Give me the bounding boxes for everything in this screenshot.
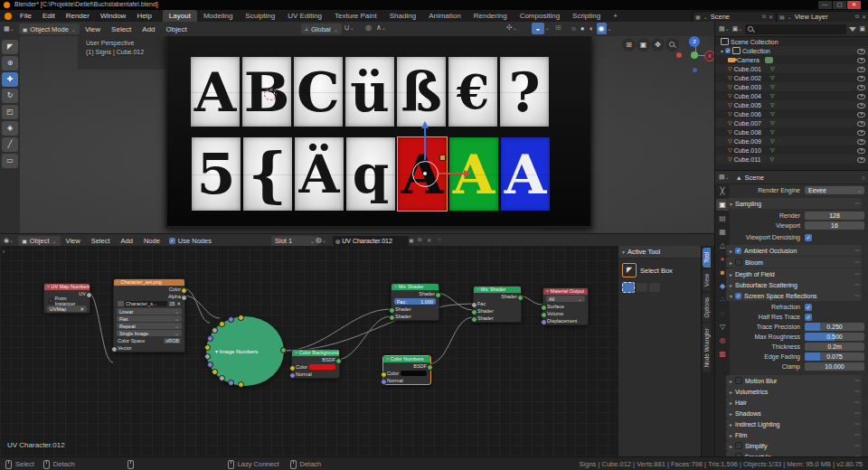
target-dropdown[interactable]: All⌄ bbox=[546, 296, 585, 302]
outliner-row-scene-collection[interactable]: Scene Collection bbox=[715, 37, 868, 46]
vp-menu-select[interactable]: Select bbox=[106, 24, 137, 35]
menu-edit[interactable]: Edit bbox=[37, 10, 61, 22]
eye-icon[interactable] bbox=[857, 56, 865, 63]
pan-hand-icon[interactable]: ✥ bbox=[651, 38, 665, 52]
editor-type-icon[interactable]: ◉⌄ bbox=[4, 237, 14, 244]
from-instancer-row[interactable]: From Instancer bbox=[44, 297, 90, 305]
node-mix-shader-2[interactable]: ▾ Mix Shader Shader Fac Shader Shader bbox=[473, 286, 522, 323]
bloom-panel-header[interactable]: ▸Bloom== bbox=[726, 257, 862, 268]
socket-shader[interactable] bbox=[471, 316, 477, 323]
axis-x-neg-ball[interactable] bbox=[676, 52, 682, 58]
sh-menu-select[interactable]: Select bbox=[86, 235, 116, 247]
color-swatch-black[interactable] bbox=[401, 371, 427, 376]
eye-icon[interactable] bbox=[857, 65, 865, 72]
outliner-row-object[interactable]: ▽Cube.005▽ bbox=[715, 100, 868, 109]
vp-menu-add[interactable]: Add bbox=[137, 24, 160, 35]
pin-icon[interactable]: ○ bbox=[438, 237, 441, 242]
close-icon[interactable]: ✕ bbox=[80, 306, 84, 312]
outliner-row-object[interactable]: ▽Cube.009▽ bbox=[715, 136, 868, 146]
move-gizmo-z-axis[interactable] bbox=[424, 127, 426, 160]
ao-checkbox[interactable]: ✓ bbox=[735, 248, 741, 254]
motion-blur-checkbox[interactable] bbox=[735, 377, 742, 384]
vp-menu-object[interactable]: Object bbox=[161, 24, 193, 35]
expand-arrow-icon[interactable]: ▾ bbox=[721, 48, 723, 54]
use-nodes-checkbox[interactable]: ✓ bbox=[169, 238, 175, 244]
socket[interactable] bbox=[212, 369, 218, 375]
tab-shading[interactable]: Shading bbox=[383, 10, 422, 22]
shader-canvas[interactable]: › ▾ UV Map Numbers UV From Instancer UVM… bbox=[0, 246, 714, 456]
socket[interactable] bbox=[219, 321, 225, 327]
tab-material-icon[interactable]: ◍ bbox=[716, 334, 729, 346]
socket[interactable] bbox=[204, 353, 211, 360]
color-row[interactable]: Color bbox=[383, 370, 430, 377]
eye-icon[interactable] bbox=[857, 119, 865, 127]
color-space-row[interactable]: Color Space sRGB bbox=[114, 337, 184, 344]
tab-tool[interactable]: Tool bbox=[703, 248, 711, 268]
overlays-toggle-icon[interactable]: ◒ bbox=[532, 23, 544, 34]
ao-panel-header[interactable]: ▸✓Ambient Occlusion== bbox=[726, 245, 862, 256]
node-header[interactable]: ▾ Material Output bbox=[543, 288, 588, 295]
sss-panel-header[interactable]: ▸Subsurface Scattering== bbox=[726, 279, 862, 290]
socket-normal[interactable] bbox=[381, 379, 387, 385]
socket[interactable] bbox=[238, 381, 244, 388]
tab-modeling[interactable]: Modeling bbox=[197, 10, 239, 22]
tab-texture-icon[interactable]: ▩ bbox=[716, 348, 729, 360]
letter-tile[interactable]: { bbox=[243, 137, 292, 211]
thickness-field[interactable]: 0.2m bbox=[805, 343, 864, 351]
proportional-edit-icon[interactable]: ◎ bbox=[365, 24, 372, 32]
image-selector-row[interactable]: Character_s... 15 ✕ bbox=[114, 300, 184, 307]
socket[interactable] bbox=[204, 344, 211, 351]
eye-icon[interactable] bbox=[857, 137, 865, 145]
node-uv-map-numbers[interactable]: ▾ UV Map Numbers UV From Instancer UVMap… bbox=[43, 283, 90, 314]
shading-material-icon[interactable]: ◐ bbox=[588, 24, 596, 33]
tab-uv-editing[interactable]: UV Editing bbox=[281, 10, 328, 22]
image-name[interactable]: Character_s... bbox=[125, 301, 167, 306]
projection-dropdown[interactable]: Flat⌄ bbox=[117, 315, 182, 322]
active-tool-row[interactable]: ◤ Select Box bbox=[622, 263, 698, 277]
socket[interactable] bbox=[228, 316, 234, 323]
tab-texture-paint[interactable]: Texture Paint bbox=[328, 10, 383, 22]
filter-collection-icon[interactable]: ▣⌄ bbox=[732, 25, 743, 33]
simplify-checkbox[interactable] bbox=[735, 442, 742, 449]
clamp-field[interactable]: 10.000 bbox=[805, 362, 864, 371]
sh-menu-add[interactable]: Add bbox=[116, 235, 138, 247]
letter-tile[interactable]: ß bbox=[397, 57, 446, 127]
select-mode-new-icon[interactable] bbox=[622, 282, 635, 293]
tab-rendering[interactable]: Rendering bbox=[467, 10, 514, 22]
shader-type-dropdown[interactable]: ▣ Object ⌄ bbox=[18, 236, 60, 246]
letter-tile[interactable]: 5 bbox=[192, 137, 241, 211]
edge-fading-slider[interactable]: 0.075 bbox=[805, 352, 864, 361]
menu-help[interactable]: Help bbox=[131, 10, 156, 22]
drag-handle-icon[interactable]: == bbox=[854, 201, 859, 206]
gizmo-toggle-icon[interactable]: ✣⌄ bbox=[506, 24, 517, 32]
letter-tile[interactable]: q bbox=[346, 137, 395, 211]
extension-dropdown[interactable]: Repeat⌄ bbox=[117, 323, 182, 329]
collection-checkbox[interactable]: ✓ bbox=[725, 48, 731, 53]
refraction-checkbox[interactable]: ✓ bbox=[805, 304, 812, 311]
shading-solid-icon[interactable]: ● bbox=[579, 24, 587, 33]
viewport-canvas[interactable]: User Perspective (1) Signs | Cube.012 A … bbox=[20, 36, 714, 233]
tab-layout[interactable]: Layout bbox=[163, 10, 197, 22]
outliner-row-object[interactable]: ▽Cube.004▽ bbox=[715, 91, 868, 100]
material-name-field[interactable]: ◍ UV Character.012 bbox=[333, 236, 409, 246]
tab-sculpting[interactable]: Sculpting bbox=[239, 10, 281, 22]
color-space-value[interactable]: sRGB bbox=[164, 338, 181, 343]
hair-panel-header[interactable]: ▸Hair== bbox=[726, 397, 862, 408]
pin-icon[interactable]: ○ bbox=[862, 174, 865, 181]
eye-icon[interactable] bbox=[857, 101, 865, 108]
eye-icon[interactable] bbox=[857, 128, 865, 136]
tool-scale[interactable]: ◰ bbox=[2, 105, 18, 119]
simplify-panel-header[interactable]: ▸Simplify== bbox=[726, 440, 862, 451]
outliner-row-collection[interactable]: ▾ ✓ Collection bbox=[715, 46, 868, 55]
tab-node-wrangler[interactable]: Node Wrangler bbox=[703, 324, 711, 372]
socket[interactable] bbox=[212, 327, 218, 334]
socket-shader[interactable] bbox=[435, 292, 441, 298]
minimize-button[interactable]: — bbox=[818, 1, 832, 9]
socket[interactable] bbox=[207, 335, 213, 342]
user-count[interactable]: 15 bbox=[168, 301, 175, 306]
slot-dropdown[interactable]: Slot 1 ⌄ bbox=[271, 236, 318, 246]
menu-render[interactable]: Render bbox=[61, 10, 95, 22]
max-roughness-slider[interactable]: 0.500 bbox=[805, 333, 864, 341]
socket-vector[interactable] bbox=[541, 319, 547, 325]
ssr-checkbox[interactable]: ✓ bbox=[735, 293, 741, 299]
